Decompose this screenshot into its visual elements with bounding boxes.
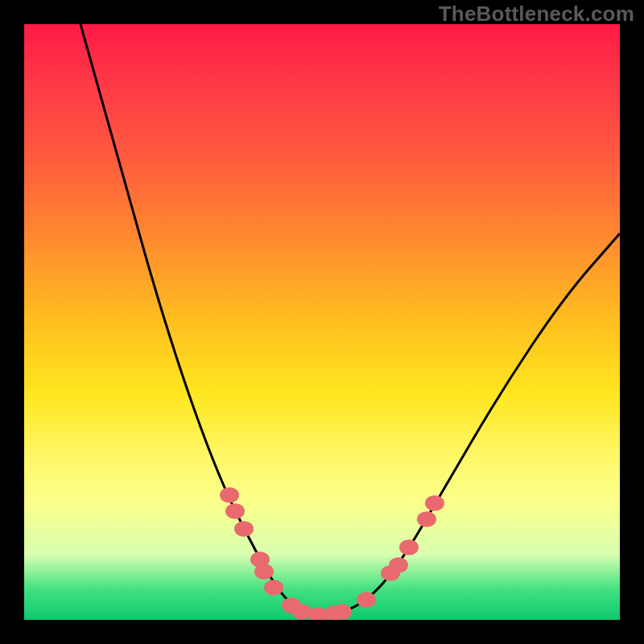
curve-marker: [234, 521, 254, 537]
curve-marker: [357, 592, 376, 608]
curve-marker: [220, 487, 239, 503]
watermark-text: TheBottleneck.com: [439, 2, 634, 27]
curve-marker: [399, 539, 419, 555]
curve-marker: [225, 503, 245, 519]
curve-marker: [292, 604, 312, 620]
curve-marker: [425, 495, 444, 511]
chart-svg: [24, 24, 620, 620]
curve-marker: [417, 511, 436, 527]
gradient-plot-area: [24, 24, 620, 620]
curve-marker: [264, 580, 283, 596]
curve-marker: [389, 557, 408, 573]
curve-markers: [220, 487, 444, 620]
curve-marker: [254, 564, 274, 580]
curve-marker: [332, 604, 352, 620]
bottleneck-curve: [80, 24, 620, 614]
